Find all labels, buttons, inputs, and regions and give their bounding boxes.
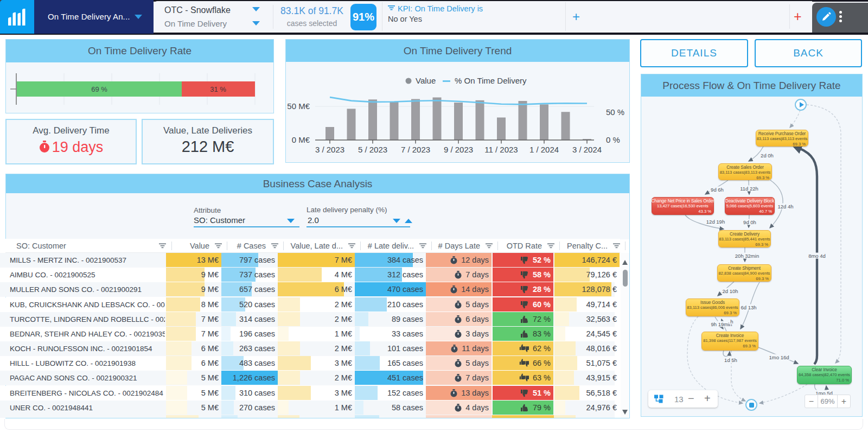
svg-text:9 / 2023: 9 / 2023 bbox=[444, 145, 473, 154]
svg-text:0 %: 0 % bbox=[606, 135, 620, 144]
svg-text:% On Time Delivery: % On Time Delivery bbox=[455, 76, 527, 85]
svg-text:3 / 2023: 3 / 2023 bbox=[315, 145, 344, 154]
svg-text:50 %: 50 % bbox=[606, 107, 624, 117]
svg-text:69 %: 69 % bbox=[91, 85, 107, 93]
svg-text:Value: Value bbox=[416, 76, 436, 85]
svg-text:3 / 2024: 3 / 2024 bbox=[572, 145, 602, 154]
svg-text:31 %: 31 % bbox=[210, 85, 226, 93]
svg-text:50 M€: 50 M€ bbox=[287, 101, 310, 111]
svg-text:11 / 2023: 11 / 2023 bbox=[484, 145, 518, 154]
svg-text:5 / 2023: 5 / 2023 bbox=[358, 145, 387, 154]
svg-text:1 / 2024: 1 / 2024 bbox=[529, 145, 559, 154]
svg-text:7 / 2023: 7 / 2023 bbox=[401, 145, 430, 154]
svg-text:0 M€: 0 M€ bbox=[292, 135, 310, 144]
